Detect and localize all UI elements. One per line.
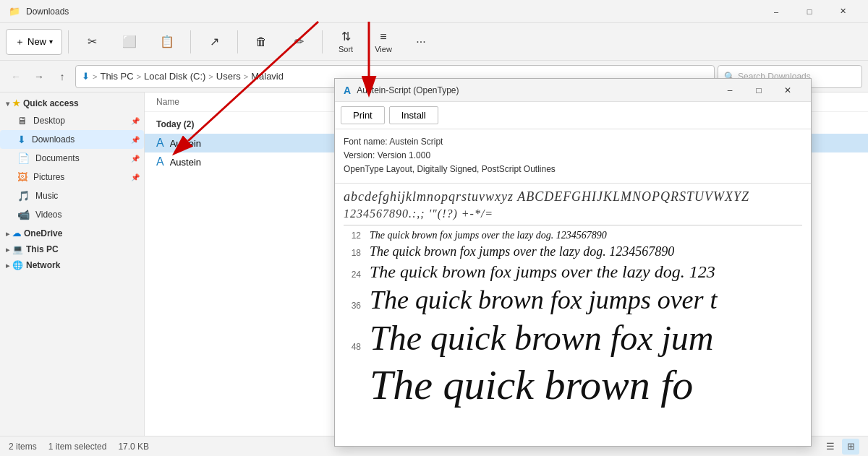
selected-info: 1 item selected xyxy=(48,442,107,452)
path-this-pc: This PC xyxy=(100,71,133,82)
sidebar-item-music-label: Music xyxy=(35,191,58,201)
path-user: Malavid xyxy=(251,71,284,82)
download-path-icon: ⬇ xyxy=(82,71,90,82)
sidebar-item-music[interactable]: 🎵 Music xyxy=(0,186,144,205)
sidebar-item-pictures-label: Pictures xyxy=(33,172,64,182)
copy-button[interactable]: ⬜ xyxy=(112,26,147,58)
grid-view-button[interactable]: ⊞ xyxy=(842,439,859,455)
font-name-info: Font name: Austein Script xyxy=(344,135,802,149)
up-button[interactable]: ↑ xyxy=(52,66,72,87)
this-pc-header[interactable]: ▸ 💻 This PC xyxy=(0,241,144,257)
font-size-48-label: 48 xyxy=(344,342,361,352)
font-size-36-label: 36 xyxy=(344,301,361,311)
font-dialog-title-bar: A Austein-Script (OpenType) – □ ✕ xyxy=(335,79,811,102)
onedrive-icon: ☁ xyxy=(12,228,21,238)
font-preview-row-48: 48 The quick brown fox jum xyxy=(344,318,802,358)
forward-button[interactable]: → xyxy=(29,66,49,87)
share-icon: ↗ xyxy=(210,35,219,48)
pin-icon-desktop: 📌 xyxy=(131,117,140,125)
item-count: 2 items xyxy=(9,442,37,452)
documents-icon: 📄 xyxy=(17,152,30,164)
sidebar-item-videos[interactable]: 📹 Videos xyxy=(0,205,144,224)
sidebar: ▾ ★ Quick access 🖥 Desktop 📌 ⬇ Downloads… xyxy=(0,93,145,436)
sidebar-item-documents[interactable]: 📄 Documents 📌 xyxy=(0,149,144,168)
path-local-disk: Local Disk (C:) xyxy=(144,71,205,82)
install-button[interactable]: Install xyxy=(389,106,438,124)
font-preview-area: abcdefghijklmnopqrstuvwxyz ABCDEFGHIJKLM… xyxy=(335,184,811,446)
font-dialog-minimize[interactable]: – xyxy=(715,79,744,101)
pin-icon-pictures: 📌 xyxy=(131,173,140,181)
close-button[interactable]: ✕ xyxy=(826,0,859,23)
share-button[interactable]: ↗ xyxy=(197,26,231,58)
delete-button[interactable]: 🗑 xyxy=(244,26,278,58)
view-icon: ≡ xyxy=(380,30,386,43)
view-button[interactable]: ≡ View xyxy=(366,26,401,58)
font-info: Font name: Austein Script Version: Versi… xyxy=(335,129,811,184)
path-users: Users xyxy=(216,71,241,82)
file-font-icon-1: A xyxy=(156,137,164,150)
view-label: View xyxy=(375,45,392,53)
cut-button[interactable]: ✂ xyxy=(75,26,109,58)
font-preview-text-36: The quick brown fox jumps over t xyxy=(370,285,718,315)
title-bar-text: Downloads xyxy=(26,7,760,17)
print-button[interactable]: Print xyxy=(341,106,385,124)
sidebar-item-downloads[interactable]: ⬇ Downloads 📌 xyxy=(0,130,144,149)
font-size-18-label: 18 xyxy=(344,248,361,258)
plus-icon: ＋ xyxy=(15,35,25,48)
font-dialog-controls: – □ ✕ xyxy=(715,79,802,101)
title-bar-icon: 📁 xyxy=(9,6,20,17)
sort-button[interactable]: ⇅ Sort xyxy=(328,26,363,58)
quick-access-star-icon: ★ xyxy=(12,98,20,108)
new-button[interactable]: ＋ New ▾ xyxy=(6,29,62,55)
quick-access-chevron: ▾ xyxy=(6,100,9,108)
font-dialog-close[interactable]: ✕ xyxy=(773,79,802,101)
font-size-12-label: 12 xyxy=(344,231,361,241)
rename-icon: ✏ xyxy=(294,35,304,48)
maximize-button[interactable]: □ xyxy=(793,0,826,23)
music-icon: 🎵 xyxy=(17,190,30,202)
quick-access-header[interactable]: ▾ ★ Quick access xyxy=(0,95,144,111)
sidebar-item-videos-label: Videos xyxy=(35,210,61,220)
cut-icon: ✂ xyxy=(88,35,97,48)
font-dialog-toolbar: Print Install xyxy=(335,102,811,129)
font-dialog: A Austein-Script (OpenType) – □ ✕ Print … xyxy=(334,78,812,447)
sidebar-item-documents-label: Documents xyxy=(35,153,80,163)
list-view-button[interactable]: ☰ xyxy=(822,439,839,455)
more-button[interactable]: ··· xyxy=(404,26,438,58)
pin-icon-documents: 📌 xyxy=(131,155,140,163)
font-preview-row-60: The quick brown fo xyxy=(344,361,802,409)
onedrive-header[interactable]: ▸ ☁ OneDrive xyxy=(0,225,144,241)
font-type-info: OpenType Layout, Digitally Signed, PostS… xyxy=(344,163,802,176)
file-size: 17.0 KB xyxy=(118,442,149,452)
onedrive-label: OneDrive xyxy=(24,228,62,238)
title-bar-controls: – □ ✕ xyxy=(760,0,859,23)
font-preview-text-48: The quick brown fox jum xyxy=(370,318,714,358)
font-preview-row-18: 18 The quick brown fox jumps over the la… xyxy=(344,244,802,259)
sidebar-item-pictures[interactable]: 🖼 Pictures 📌 xyxy=(0,168,144,186)
onedrive-chevron: ▸ xyxy=(6,230,9,238)
font-dialog-maximize[interactable]: □ xyxy=(744,79,773,101)
copy-icon: ⬜ xyxy=(122,35,137,48)
toolbar: ＋ New ▾ ✂ ⬜ 📋 ↗ 🗑 ✏ ⇅ Sort ≡ View ··· xyxy=(0,23,868,61)
toolbar-separator-1 xyxy=(68,30,69,53)
font-alphabet-display: abcdefghijklmnopqrstuvwxyz ABCDEFGHIJKLM… xyxy=(344,189,802,205)
paste-button[interactable]: 📋 xyxy=(150,26,184,58)
title-bar: 📁 Downloads – □ ✕ xyxy=(0,0,868,23)
font-version-info: Version: Version 1.000 xyxy=(344,149,802,163)
font-dialog-a-icon: A xyxy=(344,85,351,96)
this-pc-label: This PC xyxy=(26,244,59,254)
font-preview-text-24: The quick brown fox jumps over the lazy … xyxy=(370,262,715,282)
file-font-icon-2: A xyxy=(156,155,164,168)
network-header[interactable]: ▸ 🌐 Network xyxy=(0,257,144,273)
rename-button[interactable]: ✏ xyxy=(281,26,316,58)
delete-icon: 🗑 xyxy=(255,35,267,48)
downloads-icon: ⬇ xyxy=(17,134,26,145)
back-button[interactable]: ← xyxy=(6,66,26,87)
file-name-1: Austein xyxy=(170,138,201,149)
sidebar-item-desktop[interactable]: 🖥 Desktop 📌 xyxy=(0,111,144,130)
minimize-button[interactable]: – xyxy=(760,0,793,23)
this-pc-icon: 💻 xyxy=(12,244,23,254)
pictures-icon: 🖼 xyxy=(17,171,27,183)
font-preview-text-12: The quick brown fox jumps over the lazy … xyxy=(370,230,607,241)
paste-icon: 📋 xyxy=(160,35,174,48)
